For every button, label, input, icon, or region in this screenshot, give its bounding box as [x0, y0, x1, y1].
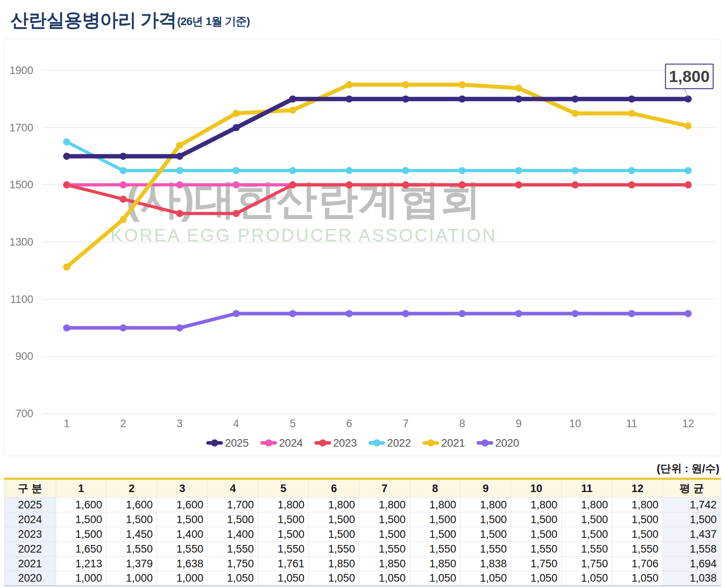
- page-title-text: 산란실용병아리 가격: [10, 10, 176, 30]
- y-tick-label: 1700: [10, 122, 33, 134]
- price-cell: 1,800: [562, 498, 612, 512]
- table-row-2022: 20221,6501,5501,5501,5501,5501,5501,5501…: [4, 542, 721, 557]
- x-tick-label: 4: [233, 418, 239, 430]
- x-axis-tick-labels: 123456789101112: [64, 418, 694, 430]
- data-point: [289, 107, 296, 114]
- year-label-cell: 2022: [4, 542, 56, 557]
- price-cell: 1,650: [56, 542, 106, 557]
- price-cell: 1,850: [410, 557, 460, 571]
- x-tick-label: 7: [403, 418, 409, 430]
- price-line-chart: 19001700150013001100900700(사)대한산란계협회KORE…: [4, 39, 721, 456]
- data-point: [120, 167, 127, 174]
- data-point: [120, 216, 127, 223]
- x-tick-label: 9: [515, 418, 521, 430]
- callout-text: 1,800: [669, 67, 709, 86]
- price-cell: 1,500: [410, 512, 460, 527]
- price-cell: 1,600: [157, 498, 208, 512]
- average-cell: 1,558: [663, 542, 721, 557]
- data-point: [176, 210, 183, 217]
- price-cell: 1,550: [410, 542, 460, 557]
- legend-item-2024[interactable]: 2024: [260, 437, 303, 449]
- table-column-header: 11: [562, 479, 612, 498]
- price-cell: 1,000: [106, 571, 157, 586]
- table-row-2021: 20211,2131,3791,6381,7501,7611,8501,8501…: [4, 557, 721, 571]
- data-point: [459, 181, 466, 188]
- data-point: [233, 181, 240, 188]
- page-title: 산란실용병아리 가격(26년 1월 기준): [10, 6, 725, 30]
- data-point: [628, 167, 635, 174]
- data-point: [63, 181, 70, 188]
- price-cell: 1,500: [359, 527, 410, 542]
- table-column-header: 4: [208, 479, 258, 498]
- series-2020: [63, 310, 692, 332]
- data-point: [628, 110, 635, 117]
- average-cell: 1,038: [663, 571, 721, 586]
- data-point: [346, 181, 353, 188]
- data-point: [628, 310, 635, 317]
- x-tick-label: 11: [626, 418, 637, 430]
- data-point: [628, 181, 635, 188]
- legend-label: 2025: [225, 437, 249, 449]
- price-cell: 1,550: [258, 542, 309, 557]
- table-row-2023: 20231,5001,4501,4001,4001,5001,5001,5001…: [4, 527, 721, 542]
- data-point: [120, 195, 127, 203]
- price-cell: 1,550: [106, 542, 157, 557]
- legend-item-2023[interactable]: 2023: [314, 437, 357, 449]
- data-point: [120, 152, 127, 160]
- price-cell: 1,400: [157, 527, 208, 542]
- price-cell: 1,500: [309, 527, 359, 542]
- price-cell: 1,050: [410, 571, 460, 586]
- data-point: [515, 181, 522, 188]
- table-column-header: 12: [612, 479, 663, 498]
- table-column-header: 평 균: [663, 479, 721, 498]
- table-column-header: 2: [106, 479, 157, 498]
- legend-item-2021[interactable]: 2021: [423, 437, 465, 449]
- data-point: [402, 96, 409, 103]
- price-cell: 1,800: [612, 498, 663, 512]
- page: 산란실용병아리 가격(26년 1월 기준) 190017001500130011…: [0, 0, 725, 586]
- price-cell: 1,850: [359, 557, 410, 571]
- watermark-english: KOREA EGG PRODUCER ASSOCIATION: [110, 225, 497, 245]
- data-point: [233, 167, 240, 174]
- legend-item-2020[interactable]: 2020: [476, 437, 519, 449]
- price-cell: 1,800: [309, 498, 359, 512]
- price-cell: 1,800: [359, 498, 410, 512]
- table-column-header: 구 분: [4, 479, 56, 498]
- year-label-cell: 2023: [4, 527, 56, 542]
- price-cell: 1,050: [309, 571, 359, 586]
- data-point: [459, 81, 466, 88]
- price-cell: 1,500: [460, 527, 511, 542]
- price-table-header: 구 분123456789101112평 균: [4, 479, 721, 498]
- price-cell: 1,213: [56, 557, 106, 571]
- price-cell: 1,500: [208, 512, 258, 527]
- legend-marker-dot: [211, 440, 218, 447]
- legend-label: 2020: [495, 437, 519, 449]
- price-cell: 1,750: [208, 557, 258, 571]
- data-point: [402, 181, 409, 188]
- legend-marker-dot: [427, 440, 435, 447]
- x-tick-label: 10: [569, 418, 581, 430]
- price-cell: 1,550: [612, 542, 663, 557]
- legend-label: 2024: [279, 437, 303, 449]
- price-cell: 1,761: [258, 557, 309, 571]
- price-table: 구 분123456789101112평 균 20251,6001,6001,60…: [4, 478, 721, 586]
- price-cell: 1,500: [258, 527, 309, 542]
- price-cell: 1,500: [511, 512, 562, 527]
- y-tick-label: 1300: [10, 236, 33, 248]
- price-cell: 1,550: [309, 542, 359, 557]
- data-point: [233, 110, 240, 117]
- price-cell: 1,050: [359, 571, 410, 586]
- legend-item-2022[interactable]: 2022: [368, 437, 411, 449]
- table-column-header: 1: [56, 479, 106, 498]
- table-column-header: 6: [309, 479, 359, 498]
- data-point: [233, 310, 240, 317]
- y-axis-tick-labels: 19001700150013001100900700: [10, 64, 33, 420]
- data-point: [176, 142, 183, 149]
- data-point: [176, 152, 183, 160]
- table-column-header: 5: [258, 479, 309, 498]
- data-point: [572, 167, 579, 174]
- legend-item-2025[interactable]: 2025: [206, 437, 249, 449]
- x-tick-label: 3: [177, 418, 183, 430]
- price-cell: 1,050: [258, 571, 309, 586]
- price-cell: 1,500: [106, 512, 157, 527]
